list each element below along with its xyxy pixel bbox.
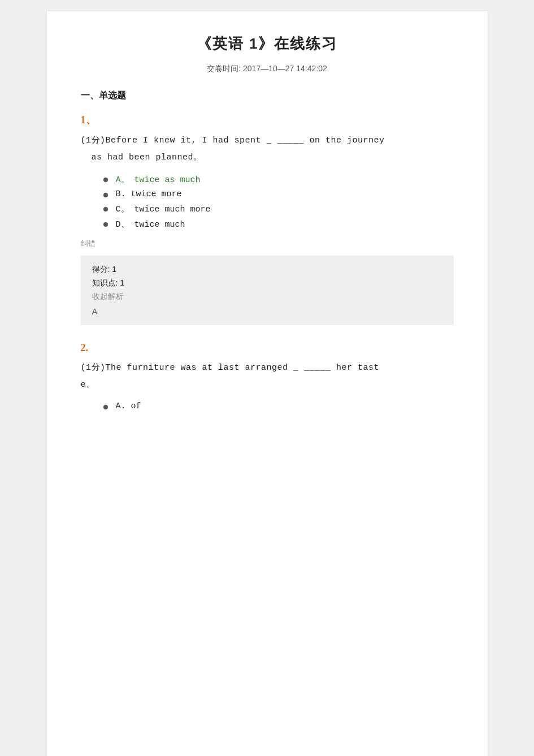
knowledge-row: 知识点: 1 (92, 278, 442, 288)
score-label: 得分: (92, 265, 110, 274)
bullet-icon (103, 193, 108, 197)
page-title: 《英语 1》在线练习 (81, 34, 454, 54)
score-row: 得分: 1 (92, 265, 442, 275)
submit-time-value: 2017—10—27 14:42:02 (243, 64, 327, 73)
list-item[interactable]: D、 twice much (103, 219, 454, 230)
knowledge-value: 1 (120, 278, 124, 287)
section-header: 一、单选题 (81, 90, 454, 102)
question-1-text: Before I knew it, I had spent _ _____ on… (81, 136, 385, 162)
question-1-score-prefix: (1分) (81, 136, 106, 145)
option-d-text: D、 twice much (116, 219, 185, 230)
question-2-score-prefix: (1分) (81, 363, 106, 373)
bullet-icon (103, 222, 108, 227)
question-2: 2. (1分)The furniture was at last arrange… (81, 342, 454, 411)
question-2-body: (1分)The furniture was at last arranged _… (81, 360, 454, 394)
score-value: 1 (112, 265, 116, 274)
question-1: 1、 (1分)Before I knew it, I had spent _ _… (81, 113, 454, 325)
option-b-text: B. twice more (116, 189, 182, 199)
option-a-text: A。 twice as much (116, 174, 201, 185)
list-item[interactable]: A。 twice as much (103, 174, 454, 185)
question-2-text: The furniture was at last arranged _ ___… (81, 363, 380, 390)
question-1-options: A。 twice as much B. twice more C。 twice … (103, 174, 454, 230)
option-c-text: C。 twice much more (116, 204, 211, 214)
submit-time: 交卷时间: 2017—10—27 14:42:02 (81, 64, 454, 74)
list-item[interactable]: A. of (103, 401, 454, 411)
answer-display: A (92, 306, 442, 316)
list-item[interactable]: B. twice more (103, 189, 454, 199)
option-a-text: A. of (116, 401, 141, 411)
question-1-number: 1、 (81, 113, 454, 127)
bullet-icon (103, 178, 108, 182)
bullet-icon (103, 207, 108, 211)
question-2-number: 2. (81, 342, 454, 354)
question-1-body: (1分)Before I knew it, I had spent _ ____… (81, 132, 454, 166)
result-box-1: 得分: 1 知识点: 1 收起解析 A (81, 256, 454, 325)
list-item[interactable]: C。 twice much more (103, 204, 454, 214)
collapse-analysis-link[interactable]: 收起解析 (92, 292, 442, 302)
submit-time-label: 交卷时间: (207, 64, 241, 73)
page-container: 《英语 1》在线练习 交卷时间: 2017—10—27 14:42:02 一、单… (47, 11, 488, 756)
question-2-options: A. of (103, 401, 454, 411)
bullet-icon (103, 405, 108, 409)
correction-link[interactable]: 纠错 (81, 239, 454, 249)
knowledge-label: 知识点: (92, 278, 118, 287)
